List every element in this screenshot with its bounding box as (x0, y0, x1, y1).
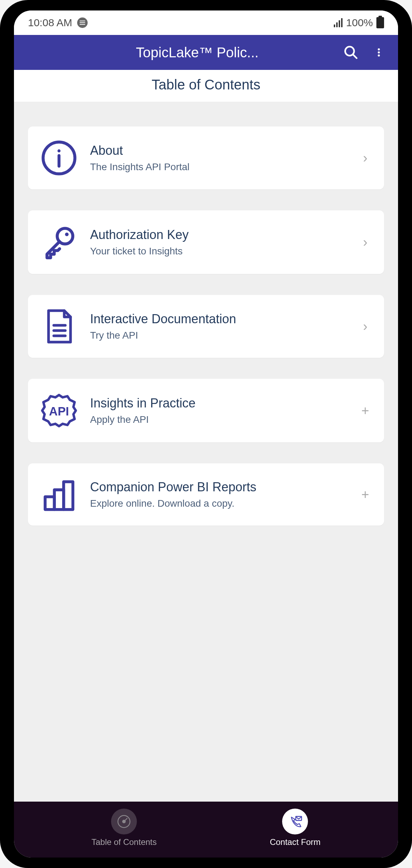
card-subtitle: Explore online. Download a copy. (90, 498, 346, 509)
card-text: Authorization Key Your ticket to Insight… (90, 227, 346, 257)
key-icon (40, 223, 78, 261)
status-time: 10:08 AM (28, 17, 72, 29)
nav-label: Table of Contents (91, 837, 157, 847)
status-bar: 10:08 AM 100% (14, 10, 398, 35)
toc-item-interactive-documentation[interactable]: Interactive Documentation Try the API › (28, 295, 384, 358)
svg-rect-16 (64, 482, 73, 510)
svg-point-4 (378, 55, 380, 57)
spotify-icon (77, 17, 88, 28)
card-title: Interactive Documentation (90, 312, 346, 326)
chevron-right-icon: › (358, 235, 372, 250)
nav-contact-form[interactable]: Contact Form (270, 809, 321, 847)
svg-point-2 (378, 48, 380, 50)
overflow-menu-button[interactable] (370, 44, 388, 61)
app-bar: TopicLake™ Polic... (14, 35, 398, 70)
svg-line-1 (353, 55, 356, 58)
search-button[interactable] (342, 44, 360, 61)
battery-icon (376, 17, 384, 28)
svg-point-3 (378, 51, 380, 53)
bar-chart-icon (40, 476, 78, 513)
signal-icon (334, 18, 343, 27)
contact-nav-icon (282, 809, 308, 834)
content-area: About The Insights API Portal › Authoriz… (14, 102, 398, 802)
card-title: Authorization Key (90, 227, 346, 242)
api-gear-icon: API (40, 391, 78, 430)
card-subtitle: The Insights API Portal (90, 161, 346, 173)
card-text: About The Insights API Portal (90, 143, 346, 173)
chevron-right-icon: › (358, 319, 372, 334)
screen: 10:08 AM 100% TopicLake™ Polic... (14, 10, 398, 858)
card-title: About (90, 143, 346, 158)
toc-item-authorization-key[interactable]: Authorization Key Your ticket to Insight… (28, 210, 384, 274)
app-title: TopicLake™ Polic... (24, 45, 342, 60)
status-right: 100% (334, 17, 384, 29)
card-subtitle: Your ticket to Insights (90, 246, 346, 257)
bottom-nav: Table of Contents Contact Form (14, 802, 398, 858)
status-left: 10:08 AM (28, 17, 88, 29)
card-title: Companion Power BI Reports (90, 480, 346, 494)
toc-nav-icon (111, 809, 137, 834)
device-frame: 10:08 AM 100% TopicLake™ Polic... (0, 0, 412, 868)
toc-item-companion-powerbi-reports[interactable]: Companion Power BI Reports Explore onlin… (28, 463, 384, 526)
info-icon (40, 139, 78, 177)
card-subtitle: Try the API (90, 330, 346, 341)
search-icon (343, 45, 359, 60)
plus-icon: + (358, 403, 372, 418)
battery-percent: 100% (346, 17, 373, 29)
toc-item-insights-in-practice[interactable]: API Insights in Practice Apply the API + (28, 379, 384, 442)
svg-point-6 (58, 149, 61, 152)
svg-text:API: API (49, 405, 69, 418)
card-text: Insights in Practice Apply the API (90, 396, 346, 425)
toc-item-about[interactable]: About The Insights API Portal › (28, 126, 384, 189)
plus-icon: + (358, 487, 372, 502)
section-header: Table of Contents (14, 70, 398, 102)
more-vert-icon (374, 45, 384, 60)
card-text: Companion Power BI Reports Explore onlin… (90, 480, 346, 509)
svg-point-9 (65, 233, 68, 236)
nav-label: Contact Form (270, 837, 321, 847)
card-title: Insights in Practice (90, 396, 346, 411)
nav-table-of-contents[interactable]: Table of Contents (91, 809, 157, 847)
card-subtitle: Apply the API (90, 414, 346, 425)
chevron-right-icon: › (358, 151, 372, 166)
document-icon (40, 308, 78, 345)
card-text: Interactive Documentation Try the API (90, 312, 346, 341)
app-bar-actions (342, 44, 388, 61)
